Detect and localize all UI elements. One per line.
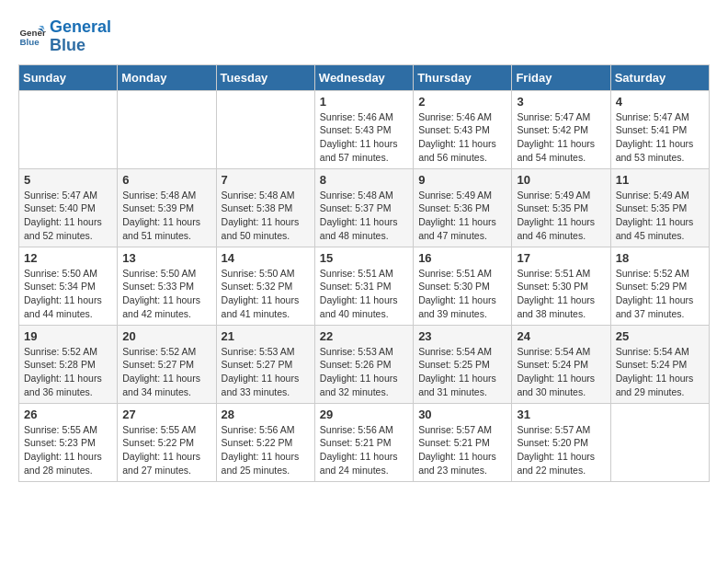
calendar-table: SundayMondayTuesdayWednesdayThursdayFrid…	[18, 64, 710, 482]
weekday-header: Friday	[512, 64, 610, 90]
calendar-cell: 2Sunrise: 5:46 AMSunset: 5:43 PMDaylight…	[414, 90, 512, 168]
cell-info: Sunrise: 5:57 AMSunset: 5:21 PMDaylight:…	[418, 423, 506, 477]
day-number: 14	[222, 251, 310, 265]
page-header: General Blue GeneralBlue	[18, 18, 710, 55]
calendar-cell	[19, 90, 118, 168]
day-number: 9	[418, 173, 506, 187]
cell-info: Sunrise: 5:52 AMSunset: 5:27 PMDaylight:…	[122, 345, 210, 399]
cell-info: Sunrise: 5:50 AMSunset: 5:34 PMDaylight:…	[24, 267, 112, 321]
calendar-cell: 9Sunrise: 5:49 AMSunset: 5:36 PMDaylight…	[414, 168, 512, 247]
day-number: 15	[320, 251, 408, 265]
weekday-header: Thursday	[414, 64, 512, 90]
calendar-week-row: 26Sunrise: 5:55 AMSunset: 5:23 PMDayligh…	[19, 403, 710, 481]
calendar-cell: 6Sunrise: 5:48 AMSunset: 5:39 PMDaylight…	[118, 168, 216, 247]
cell-info: Sunrise: 5:47 AMSunset: 5:41 PMDaylight:…	[616, 110, 704, 165]
day-number: 23	[418, 329, 506, 343]
day-number: 18	[616, 251, 704, 265]
svg-text:Blue: Blue	[20, 37, 40, 47]
weekday-header: Sunday	[19, 64, 118, 90]
calendar-cell: 24Sunrise: 5:54 AMSunset: 5:24 PMDayligh…	[512, 325, 610, 403]
logo-text: GeneralBlue	[50, 18, 111, 55]
calendar-cell: 15Sunrise: 5:51 AMSunset: 5:31 PMDayligh…	[314, 247, 413, 325]
calendar-header-row: SundayMondayTuesdayWednesdayThursdayFrid…	[19, 64, 710, 90]
cell-info: Sunrise: 5:49 AMSunset: 5:35 PMDaylight:…	[616, 189, 704, 243]
day-number: 29	[320, 408, 408, 421]
calendar-cell: 27Sunrise: 5:55 AMSunset: 5:22 PMDayligh…	[118, 403, 216, 481]
calendar-cell: 22Sunrise: 5:53 AMSunset: 5:26 PMDayligh…	[314, 325, 413, 403]
cell-info: Sunrise: 5:55 AMSunset: 5:23 PMDaylight:…	[24, 423, 112, 477]
cell-info: Sunrise: 5:47 AMSunset: 5:42 PMDaylight:…	[517, 110, 605, 165]
day-number: 31	[517, 408, 605, 421]
weekday-header: Monday	[118, 64, 216, 90]
cell-info: Sunrise: 5:51 AMSunset: 5:31 PMDaylight:…	[320, 267, 408, 321]
calendar-week-row: 12Sunrise: 5:50 AMSunset: 5:34 PMDayligh…	[19, 247, 710, 325]
svg-text:General: General	[20, 27, 47, 37]
calendar-cell: 21Sunrise: 5:53 AMSunset: 5:27 PMDayligh…	[216, 325, 314, 403]
day-number: 22	[320, 329, 408, 343]
weekday-header: Tuesday	[216, 64, 314, 90]
cell-info: Sunrise: 5:55 AMSunset: 5:22 PMDaylight:…	[122, 423, 210, 477]
calendar-cell: 16Sunrise: 5:51 AMSunset: 5:30 PMDayligh…	[414, 247, 512, 325]
weekday-header: Saturday	[610, 64, 709, 90]
cell-info: Sunrise: 5:54 AMSunset: 5:24 PMDaylight:…	[616, 345, 704, 399]
calendar-cell: 18Sunrise: 5:52 AMSunset: 5:29 PMDayligh…	[610, 247, 709, 325]
calendar-cell: 20Sunrise: 5:52 AMSunset: 5:27 PMDayligh…	[118, 325, 216, 403]
cell-info: Sunrise: 5:50 AMSunset: 5:32 PMDaylight:…	[222, 267, 310, 321]
day-number: 16	[418, 251, 506, 265]
day-number: 30	[418, 408, 506, 421]
day-number: 1	[320, 95, 408, 109]
calendar-cell: 12Sunrise: 5:50 AMSunset: 5:34 PMDayligh…	[19, 247, 118, 325]
day-number: 26	[24, 408, 112, 421]
calendar-cell: 17Sunrise: 5:51 AMSunset: 5:30 PMDayligh…	[512, 247, 610, 325]
calendar-week-row: 5Sunrise: 5:47 AMSunset: 5:40 PMDaylight…	[19, 168, 710, 247]
day-number: 27	[122, 408, 210, 421]
cell-info: Sunrise: 5:54 AMSunset: 5:25 PMDaylight:…	[418, 345, 506, 399]
day-number: 12	[24, 251, 112, 265]
weekday-header: Wednesday	[314, 64, 413, 90]
cell-info: Sunrise: 5:47 AMSunset: 5:40 PMDaylight:…	[24, 189, 112, 243]
calendar-cell: 4Sunrise: 5:47 AMSunset: 5:41 PMDaylight…	[610, 90, 709, 168]
day-number: 13	[122, 251, 210, 265]
day-number: 8	[320, 173, 408, 187]
calendar-cell: 5Sunrise: 5:47 AMSunset: 5:40 PMDaylight…	[19, 168, 118, 247]
day-number: 6	[122, 173, 210, 187]
calendar-cell	[216, 90, 314, 168]
day-number: 20	[122, 329, 210, 343]
calendar-cell: 14Sunrise: 5:50 AMSunset: 5:32 PMDayligh…	[216, 247, 314, 325]
calendar-cell: 26Sunrise: 5:55 AMSunset: 5:23 PMDayligh…	[19, 403, 118, 481]
day-number: 10	[517, 173, 605, 187]
day-number: 4	[616, 95, 704, 109]
calendar-cell: 28Sunrise: 5:56 AMSunset: 5:22 PMDayligh…	[216, 403, 314, 481]
day-number: 7	[222, 173, 310, 187]
cell-info: Sunrise: 5:52 AMSunset: 5:29 PMDaylight:…	[616, 267, 704, 321]
day-number: 2	[418, 95, 506, 109]
day-number: 11	[616, 173, 704, 187]
day-number: 5	[24, 173, 112, 187]
day-number: 28	[222, 408, 310, 421]
cell-info: Sunrise: 5:48 AMSunset: 5:39 PMDaylight:…	[122, 189, 210, 243]
cell-info: Sunrise: 5:46 AMSunset: 5:43 PMDaylight:…	[418, 110, 506, 165]
cell-info: Sunrise: 5:48 AMSunset: 5:38 PMDaylight:…	[222, 189, 310, 243]
cell-info: Sunrise: 5:52 AMSunset: 5:28 PMDaylight:…	[24, 345, 112, 399]
cell-info: Sunrise: 5:54 AMSunset: 5:24 PMDaylight:…	[517, 345, 605, 399]
calendar-cell: 31Sunrise: 5:57 AMSunset: 5:20 PMDayligh…	[512, 403, 610, 481]
cell-info: Sunrise: 5:53 AMSunset: 5:26 PMDaylight:…	[320, 345, 408, 399]
calendar-week-row: 19Sunrise: 5:52 AMSunset: 5:28 PMDayligh…	[19, 325, 710, 403]
logo: General Blue GeneralBlue	[18, 18, 111, 55]
logo-icon: General Blue	[18, 23, 46, 51]
calendar-cell: 7Sunrise: 5:48 AMSunset: 5:38 PMDaylight…	[216, 168, 314, 247]
calendar-cell	[118, 90, 216, 168]
calendar-cell: 3Sunrise: 5:47 AMSunset: 5:42 PMDaylight…	[512, 90, 610, 168]
cell-info: Sunrise: 5:50 AMSunset: 5:33 PMDaylight:…	[122, 267, 210, 321]
cell-info: Sunrise: 5:56 AMSunset: 5:21 PMDaylight:…	[320, 423, 408, 477]
calendar-week-row: 1Sunrise: 5:46 AMSunset: 5:43 PMDaylight…	[19, 90, 710, 168]
calendar-cell: 10Sunrise: 5:49 AMSunset: 5:35 PMDayligh…	[512, 168, 610, 247]
cell-info: Sunrise: 5:51 AMSunset: 5:30 PMDaylight:…	[517, 267, 605, 321]
day-number: 19	[24, 329, 112, 343]
cell-info: Sunrise: 5:46 AMSunset: 5:43 PMDaylight:…	[320, 110, 408, 165]
day-number: 21	[222, 329, 310, 343]
calendar-cell: 13Sunrise: 5:50 AMSunset: 5:33 PMDayligh…	[118, 247, 216, 325]
day-number: 25	[616, 329, 704, 343]
calendar-cell: 11Sunrise: 5:49 AMSunset: 5:35 PMDayligh…	[610, 168, 709, 247]
cell-info: Sunrise: 5:51 AMSunset: 5:30 PMDaylight:…	[418, 267, 506, 321]
